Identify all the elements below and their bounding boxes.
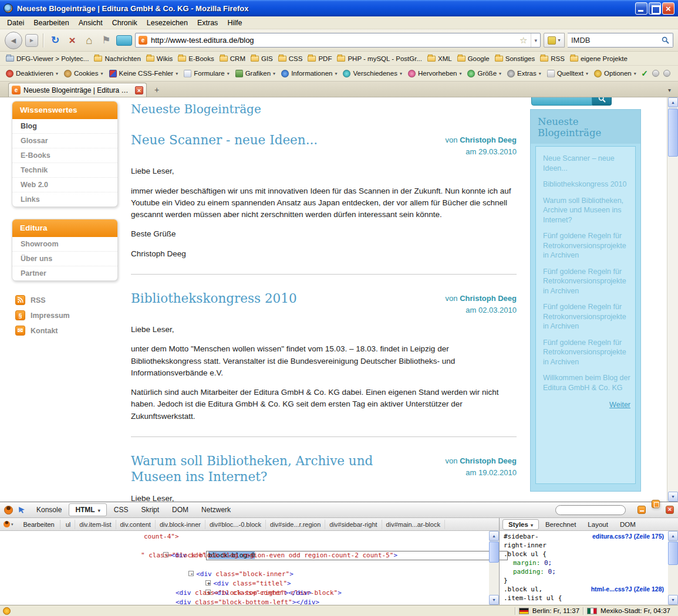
bookmark-item[interactable]: Nachrichten (92, 54, 143, 63)
breadcrumb-node[interactable]: ul (62, 520, 76, 529)
webdev-menu-item[interactable]: Optionen (591, 68, 639, 79)
status-circle-icon[interactable] (663, 70, 670, 77)
post-title-link[interactable]: Warum soll Bibliotheken, Archive und Mus… (131, 453, 407, 485)
menu-item[interactable]: Bearbeiten (29, 18, 73, 28)
url-bar[interactable]: http://www-test.editura.de/blog (135, 33, 541, 48)
firebug-tab[interactable]: Konsole (31, 504, 68, 516)
bookmark-ribbon-icon[interactable] (99, 33, 113, 48)
active-tab[interactable]: Neueste Blogeinträge | Editura G... (8, 83, 147, 97)
sidebar-link[interactable]: Web 2.0 (12, 177, 117, 192)
webdev-menu-item[interactable]: Keine CSS-Fehler (106, 68, 181, 79)
firebug-detach-icon[interactable] (652, 500, 660, 508)
recent-post-link[interactable]: Fünf goldene Regeln für Retrokonversions… (543, 302, 630, 331)
scrollbar-thumb[interactable] (489, 541, 499, 563)
bookmark-item[interactable]: XML (425, 54, 454, 63)
bookmark-item[interactable]: E-Books (176, 54, 216, 63)
firebug-close-icon[interactable] (666, 506, 674, 514)
css-value[interactable]: 0; (540, 559, 552, 567)
firebug-tab[interactable]: Netzwerk (195, 504, 237, 516)
bookmark-item[interactable]: Wikis (144, 54, 175, 63)
bookmark-item[interactable]: eigene Projekte (568, 54, 630, 63)
bookmark-item[interactable]: Sonstiges (493, 54, 538, 63)
sidebar-link[interactable]: Glossar (12, 133, 117, 148)
breadcrumb-node[interactable]: div#bloc...-0.block (205, 520, 266, 529)
webdev-menu-item[interactable]: Deaktivieren (3, 68, 61, 79)
scroll-down-icon[interactable] (668, 492, 678, 502)
style-panel-tab[interactable]: Styles (502, 519, 539, 530)
webdev-menu-item[interactable]: Hervorheben (405, 68, 465, 79)
webdev-menu-item[interactable]: Extras (504, 68, 544, 79)
webdev-menu-item[interactable]: Cookies (61, 68, 106, 79)
firebug-menu-icon[interactable] (4, 521, 10, 527)
sidebar-link[interactable]: Partner (12, 266, 117, 280)
menu-item[interactable]: Extras (193, 18, 222, 28)
breadcrumb-node[interactable]: div#side...r.region (266, 520, 325, 529)
search-engine-selector[interactable] (544, 33, 565, 48)
bookmark-item[interactable]: Google (455, 54, 492, 63)
recent-post-link[interactable]: Fünf goldene Regeln für Retrokonversions… (543, 338, 630, 367)
webdev-menu-item[interactable]: Verschiedenes (340, 68, 404, 79)
tab-close-icon[interactable] (135, 86, 143, 94)
home-icon[interactable] (82, 33, 96, 48)
css-file-link[interactable]: html-e...css?J (Zeile 128) (591, 585, 664, 594)
more-link[interactable]: Weiter (543, 401, 630, 409)
webdev-menu-item[interactable]: Quelltext (544, 68, 591, 79)
sidebar-link[interactable]: Blog (12, 119, 117, 133)
bookmark-item[interactable]: DFG-Viewer > Polytec... (4, 54, 91, 63)
stop-icon[interactable] (65, 33, 79, 48)
list-all-tabs-icon[interactable] (664, 87, 674, 93)
firebug-search-input[interactable] (555, 505, 626, 515)
firebug-tab[interactable]: HTML (69, 503, 106, 516)
kontakt-link[interactable]: ✉ Kontakt (15, 326, 118, 336)
rss-link[interactable]: RSS (15, 295, 118, 305)
recent-post-link[interactable]: Fünf goldene Regeln für Retrokonversions… (543, 267, 630, 296)
firebug-tab[interactable]: Skript (135, 504, 165, 516)
firebug-tab[interactable]: DOM (166, 504, 194, 516)
bookmark-item[interactable]: PDF (305, 54, 334, 63)
bookmark-item[interactable]: GIS (248, 54, 275, 63)
scrollbar-thumb[interactable] (668, 109, 678, 157)
valid-check-icon[interactable] (641, 69, 648, 78)
sidebar-link[interactable]: Technik (12, 163, 117, 177)
webdev-menu-item[interactable]: Formulare (181, 68, 232, 79)
menu-item[interactable]: Ansicht (74, 18, 107, 28)
css-property[interactable]: padding: (513, 568, 544, 576)
style-panel-tab[interactable]: Berechnet (540, 520, 581, 529)
scroll-up-icon[interactable] (668, 531, 678, 541)
bookmark-item[interactable]: RSS (538, 54, 567, 63)
bookmark-star-icon[interactable] (520, 35, 527, 46)
close-button[interactable] (662, 2, 674, 15)
css-value[interactable]: 0; (544, 568, 556, 576)
style-panel-scrollbar[interactable] (668, 531, 678, 605)
extension-button[interactable] (116, 35, 132, 46)
edit-button[interactable]: Bearbeiten (18, 520, 60, 529)
firebug-tab[interactable]: CSS (108, 504, 134, 516)
html-panel-scrollbar[interactable] (489, 531, 499, 605)
recent-post-link[interactable]: Willkommen beim Blog der Editura GmbH & … (543, 373, 630, 392)
clock-icon[interactable] (3, 607, 11, 615)
bookmark-item[interactable]: PHP - mySQL - PostGr... (335, 54, 424, 63)
new-tab-button[interactable] (150, 84, 163, 96)
bookmark-item[interactable]: CSS (276, 54, 305, 63)
post-title-link[interactable]: Bibliothekskongress 2010 (131, 291, 407, 316)
webdev-menu-item[interactable]: Größe (464, 68, 504, 79)
inspect-icon[interactable] (17, 505, 26, 515)
css-property[interactable]: margin: (513, 559, 540, 567)
forward-button[interactable] (25, 34, 38, 47)
menu-item[interactable]: Chronik (107, 18, 142, 28)
webdev-menu-item[interactable]: Grafiken (232, 68, 278, 79)
url-text[interactable]: http://www-test.editura.de/blog (151, 36, 516, 45)
breadcrumb-node[interactable]: div.content (116, 520, 156, 529)
sidebar-link[interactable]: E-Books (12, 148, 117, 163)
style-panel-tab[interactable]: DOM (615, 520, 641, 529)
recent-post-link[interactable]: Fünf goldene Regeln für Retrokonversions… (543, 231, 630, 260)
breadcrumb-node[interactable]: div.item-list (75, 520, 116, 529)
post-title-link[interactable]: Neue Scanner - neue Ideen... (131, 133, 407, 158)
status-circle-icon[interactable] (652, 70, 659, 77)
firebug-minimize-icon[interactable] (637, 506, 646, 514)
scroll-down-icon[interactable] (668, 595, 678, 605)
url-dropdown-icon[interactable] (531, 33, 537, 47)
sidebar-link[interactable]: Links (12, 192, 117, 207)
page-search-button[interactable] (592, 97, 612, 106)
page-search-input[interactable] (531, 97, 592, 106)
